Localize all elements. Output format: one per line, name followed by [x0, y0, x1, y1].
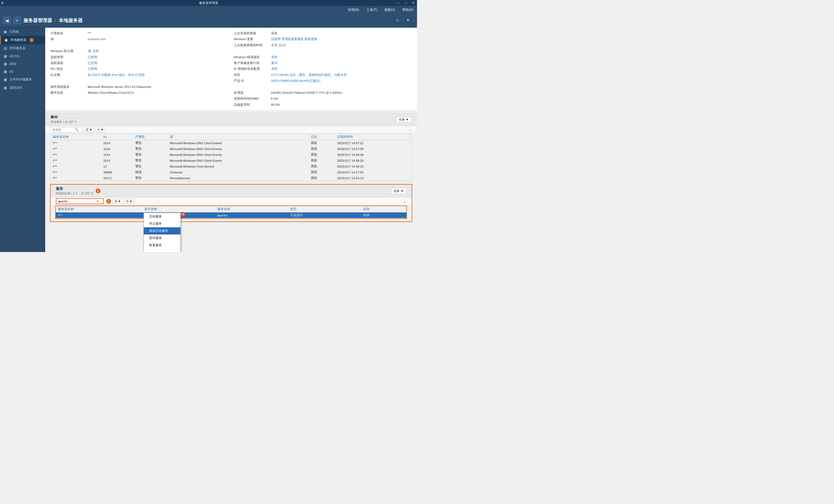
services-input-badge: 3 — [106, 199, 111, 204]
flag-icon[interactable]: ⚑ — [407, 18, 410, 23]
minimize-btn[interactable]: ─ — [395, 0, 402, 6]
menu-tools[interactable]: 工具(T) — [365, 7, 378, 13]
ctx-resume-service[interactable]: 恢复服务 — [144, 242, 180, 249]
ctx-start-service[interactable]: 启动服务 — [144, 213, 180, 220]
prop-value-remote-desktop[interactable]: 已启用 — [88, 61, 228, 65]
events-cell-server: l*** — [51, 158, 101, 164]
prop-nic: NIC 组合 已禁用 — [50, 66, 228, 71]
table-row[interactable]: l***1014警告Microsoft-Windows-DNS Client E… — [51, 152, 412, 158]
events-refresh-btn[interactable]: ↻ ▼ — [96, 127, 106, 132]
svc-cell-status: 正在运行 — [288, 212, 361, 218]
events-col-server[interactable]: 服务器名称 — [51, 134, 101, 140]
events-cell-severity: 警告 — [133, 175, 168, 181]
events-filter-wrap[interactable]: 🔍 — [50, 127, 82, 132]
prop-value-remote-mgmt[interactable]: 已禁用 — [88, 55, 228, 60]
menu-manage[interactable]: 管理(M) — [346, 7, 361, 13]
events-cell-datetime: 2023/2/17 14:57:21 — [335, 140, 412, 146]
services-table-container: 服务器名称 显示名称 服务名称 状态 启动 l***apacheapache正在… — [55, 206, 407, 219]
prop-value-win-update[interactable]: 仅使用 管理的更新服务 检查更新 — [271, 37, 412, 41]
svc-col-status[interactable]: 状态 — [288, 206, 361, 212]
services-filter-wrap[interactable]: ✕ — [56, 198, 104, 204]
events-cell-severity: 警告 — [133, 140, 168, 146]
prop-wer: Windows 错误报告 关闭 — [234, 55, 412, 60]
services-filter-input[interactable] — [58, 200, 95, 203]
events-cell-severity: 警告 — [133, 146, 168, 152]
ctx-pause-service[interactable]: 暂停服务 — [144, 234, 180, 242]
prop-cpu: 处理器 Intel(R) Xeon(R) Platinum 8269CY CPU… — [234, 90, 412, 95]
back-button[interactable]: ◀ — [3, 17, 10, 24]
events-col-datetime[interactable]: 日期和时间 — [335, 134, 412, 140]
table-row[interactable]: l***20171警告RemoteAccess系统2023/2/17 13:24… — [51, 175, 412, 181]
services-clear-btn[interactable]: ✕ — [96, 200, 99, 203]
prop-value-ethernet[interactable]: 由 DHCP 分配的 IPv4 地址，IPv6 已启用 — [88, 72, 228, 77]
services-table: 服务器名称 显示名称 服务名称 状态 启动 l***apacheapache正在… — [56, 206, 407, 218]
prop-value-timezone[interactable]: (UTC+08:00) 北京，重庆，香港特别行政区，乌鲁木齐 — [271, 72, 412, 77]
table-row[interactable]: l***12警告Microsoft-Windows-Time-Service系统… — [51, 164, 412, 169]
events-col-log[interactable]: 日志 — [309, 134, 335, 140]
ctx-stop-service[interactable]: 停止服务 — [144, 220, 180, 227]
prop-value-ie-esc[interactable]: 关闭 — [271, 66, 412, 71]
close-btn[interactable]: ✕ — [410, 0, 417, 6]
svc-cell-startup: 自动 — [361, 212, 407, 218]
prop-value-firewall[interactable]: 域: 关闭 — [88, 49, 228, 53]
sidebar-item-iis[interactable]: ▦ IIS — [0, 68, 45, 75]
prop-label-last-check: 上次检查更新的时间 — [234, 43, 271, 48]
services-list-btn[interactable]: ☰ ▼ — [113, 199, 123, 204]
events-cell-id: 12 — [101, 164, 133, 169]
prop-remote-desktop: 远程桌面 已启用 — [50, 61, 228, 65]
events-collapse-btn[interactable]: ⌄ — [409, 128, 412, 132]
maximize-btn[interactable]: □ — [402, 0, 410, 6]
menu-help[interactable]: 帮助(H) — [401, 7, 415, 13]
sidebar-item-remote-access[interactable]: ▦ 远程访问 — [0, 84, 45, 92]
services-refresh-btn[interactable]: ↻ ▼ — [124, 199, 134, 204]
file-storage-arrow: › — [41, 78, 42, 81]
prop-value-domain[interactable]: example.com — [88, 37, 228, 41]
sidebar-item-dns[interactable]: ▦ DNS — [0, 60, 45, 68]
table-row[interactable]: l***1014警告Microsoft-Windows-DNS Client E… — [51, 140, 412, 146]
sidebar-item-ad-ds[interactable]: ▦ AD DS — [0, 52, 45, 60]
prop-value-nic[interactable]: 已禁用 — [88, 66, 228, 71]
svc-col-display[interactable]: 显示名称 — [142, 206, 215, 212]
breadcrumb-arrow: › — [55, 18, 56, 23]
prop-label-os-version: 操作系统版本 — [50, 85, 88, 89]
events-cell-datetime: 2023/2/17 14:48:26 — [335, 158, 412, 164]
ctx-restart-service[interactable]: 重新启动服务 — [144, 227, 180, 234]
prop-value-ceip[interactable]: 参与 — [271, 61, 412, 65]
prop-value-os-version: Microsoft Windows Server 2012 R2 Datacen… — [88, 85, 228, 89]
table-row[interactable]: l***1014警告Microsoft-Windows-DNS Client E… — [51, 146, 412, 152]
svc-col-startup[interactable]: 启动 — [361, 206, 407, 212]
sidebar-item-dashboard[interactable]: ▦ 仪表板 — [0, 28, 45, 36]
services-task-btn[interactable]: 任务 ▼ — [391, 188, 407, 194]
events-task-btn[interactable]: 任务 ▼ — [396, 117, 412, 123]
events-filter-input[interactable] — [52, 128, 74, 131]
prop-label-ie-esc: IE 增强的安全配置 — [234, 66, 271, 71]
events-col-source[interactable]: 源 — [168, 134, 309, 140]
sidebar-item-all-servers[interactable]: ▤ 所有服务器 — [0, 44, 45, 52]
services-collapse-btn[interactable]: ⌄ — [403, 199, 407, 203]
events-col-id[interactable]: ID — [101, 134, 133, 140]
prop-win-update: Windows 更新 仅使用 管理的更新服务 检查更新 — [234, 37, 412, 41]
prop-value-product-id[interactable]: 00253-50000-00000-AA442(已激活) — [271, 78, 412, 83]
ctx-copy[interactable]: 复制 — [144, 250, 180, 252]
events-cell-source: RemoteAccess — [168, 175, 309, 181]
table-row[interactable]: l***36888错误Schannel系统2023/2/17 14:17:59 — [51, 169, 412, 175]
events-filter-bar: 🔍 ☰ ▼ ↻ ▼ ⌄ — [45, 126, 417, 134]
sidebar-item-local-server[interactable]: ▣ 本地服务器 1 — [0, 36, 45, 44]
menu-view[interactable]: 视图(V) — [383, 7, 397, 13]
events-cell-log: 系统 — [309, 140, 335, 146]
sidebar-item-file-storage[interactable]: ▦ 文件和存储服务 › — [0, 75, 45, 84]
prop-value-wer[interactable]: 关闭 — [271, 55, 412, 60]
prop-timezone: 时区 (UTC+08:00) 北京，重庆，香港特别行政区，乌鲁木齐 — [234, 72, 412, 77]
table-row[interactable]: l***apacheapache正在运行自动 — [56, 212, 407, 218]
prop-label-last-update: 上次安装的更新 — [234, 31, 271, 36]
prop-domain: 域 example.com — [50, 37, 228, 41]
refresh-icon[interactable]: ↻ — [396, 18, 399, 23]
dropdown-btn[interactable]: ▼ — [13, 17, 21, 24]
prop-label-computer-name: 计算机名 — [50, 31, 88, 36]
svc-col-server[interactable]: 服务器名称 — [56, 206, 142, 212]
table-row[interactable]: l***1014警告Microsoft-Windows-DNS Client E… — [51, 158, 412, 164]
events-list-btn[interactable]: ☰ ▼ — [84, 127, 94, 132]
prop-spacer1 — [50, 43, 228, 48]
svc-col-name[interactable]: 服务名称 — [215, 206, 288, 212]
events-col-severity[interactable]: 严重性 — [133, 134, 168, 140]
